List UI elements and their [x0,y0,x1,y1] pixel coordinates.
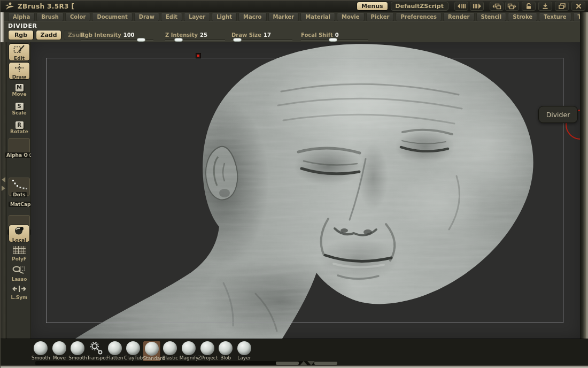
brush-label: ClayTube [124,355,143,361]
tooltip-text: Divider [546,111,570,119]
document-border [46,58,563,323]
title-bar: ZBrush 3.5R3 [ Menus DefaultZScript [1,1,588,12]
local-symmetry-icon [12,285,27,293]
brush-item[interactable]: ClayTube [124,341,143,362]
brush-item[interactable]: Magnify [180,341,198,362]
menu-item[interactable]: Preferences [396,13,442,21]
material-selector[interactable]: MatCap [9,198,30,220]
menu-item[interactable]: Render [443,13,474,21]
document-canvas[interactable]: Divider [31,42,581,339]
brush-item[interactable]: Standard [143,341,161,362]
move-tool-button[interactable]: M Move [9,81,30,97]
tool-label: PolyF [9,256,30,262]
menu-item[interactable]: Color [65,13,90,21]
divider-tooltip: Divider [538,106,578,123]
brush-label: Blob [216,355,235,361]
brush-item[interactable]: ZProject [198,341,216,362]
rotate-tool-button[interactable]: R Rotate [9,119,30,134]
right-tray-edge[interactable] [580,12,588,368]
menu-item[interactable]: Light [212,13,237,21]
draw-tool-button[interactable]: Draw [9,62,30,80]
zadd-toggle[interactable]: Zadd [36,30,61,40]
menu-item[interactable]: Picker [366,13,394,21]
brush-item[interactable]: Smooth [68,341,87,362]
menus-button[interactable]: Menus [357,2,388,11]
brush-item[interactable]: Elastic [161,341,180,362]
brush-item[interactable]: Layer [235,341,254,362]
slider-handle[interactable] [137,38,145,42]
menu-item[interactable]: Macro [238,13,266,21]
edit-tool-button[interactable]: Edit [9,43,30,61]
restore-button[interactable] [555,2,569,11]
divider-grip [314,362,337,365]
menu-item[interactable]: Movie [337,13,365,21]
brush-item[interactable]: Flatten [105,341,124,362]
menu-item[interactable]: Document [92,13,132,21]
next-document-button[interactable] [470,2,484,11]
brush-sphere-icon [219,341,233,355]
slider-handle[interactable] [329,38,337,42]
slider-handle[interactable] [233,38,242,42]
polyframe-grid-icon [13,246,26,254]
slider-label: Rgb Intensity [81,32,121,38]
menu-item[interactable]: Material [300,13,335,21]
menu-item[interactable]: Marker [268,13,299,21]
menu-item[interactable]: Brush [36,13,64,21]
menu-item[interactable]: Stroke [508,13,537,21]
tray-arrow-up-icon [300,361,307,365]
z-intensity-slider[interactable]: Z Intensity25 [165,29,225,42]
zbrush-window: ZBrush 3.5R3 [ Menus DefaultZScript Alph… [0,0,588,368]
polyframe-button[interactable]: PolyF [9,246,30,262]
alpha-selector[interactable]: Alpha O [9,138,30,156]
stroke-selector[interactable]: Dots [9,178,30,196]
brush-label: Transpo: [87,355,106,361]
lock-button[interactable] [522,2,536,11]
focal-shift-slider[interactable]: Focal Shift0 [301,29,368,42]
slider-handle[interactable] [174,38,183,42]
bottom-tray-divider[interactable] [35,361,337,365]
tool-label: Edit [9,56,29,61]
tray-arrow-right-icon [2,186,5,191]
hovered-item-name: DIVIDER [8,22,37,29]
menu-item[interactable]: Texture [539,13,571,21]
material-label: MatCap [9,202,32,207]
stroke-label: Dots [11,192,27,197]
local-pivot-icon [13,226,25,235]
local-pivot-button[interactable]: Local [9,225,30,242]
top-shelf: DIVIDER Rgb Zadd Zsub Rgb Intensity100 Z… [1,21,588,42]
default-zscript-button[interactable]: DefaultZScript [391,2,448,11]
menu-item[interactable]: Draw [134,13,159,21]
tool-label: Scale [9,110,30,116]
menu-item[interactable]: Layer [184,13,210,21]
previous-document-button[interactable] [454,2,468,11]
draw-size-slider[interactable]: Draw Size17 [231,29,292,42]
menu-item[interactable]: Stencil [476,13,507,21]
scale-tool-button[interactable]: S Scale [9,100,30,116]
tool-label: L.Sym [9,295,30,300]
divider-grip [276,362,299,365]
menu-item[interactable]: Alpha [8,13,35,21]
brush-label: Elastic [161,355,180,361]
brush-item[interactable]: Transpo: [87,341,106,362]
brush-item[interactable]: Smooth [32,341,50,362]
dots-stroke-icon [10,178,28,191]
scroll-windows-right-button[interactable] [505,2,519,11]
rgb-intensity-slider[interactable]: Rgb Intensity100 [81,29,153,42]
minimize-button[interactable] [538,2,552,11]
brush-item[interactable]: Move [50,341,69,362]
brush-tray: Smooth Move Smooth Transpo: Flatten [1,339,588,365]
rgb-toggle[interactable]: Rgb [8,30,34,40]
brush-label: Move [50,355,69,361]
brush-label: Flatten [105,355,124,361]
brush-label: Smooth [68,355,87,361]
brush-item[interactable]: Blob [216,341,235,362]
left-tray-divider[interactable] [1,42,7,339]
close-button[interactable] [571,2,585,11]
local-symmetry-button[interactable]: L.Sym [9,285,30,300]
scale-key-icon: S [16,103,24,110]
lasso-button[interactable]: Lasso [9,265,30,282]
scroll-windows-left-button[interactable] [490,2,504,11]
slider-value: 25 [200,32,207,38]
brush-sphere-icon [237,341,251,355]
menu-item[interactable]: Edit [161,13,182,21]
